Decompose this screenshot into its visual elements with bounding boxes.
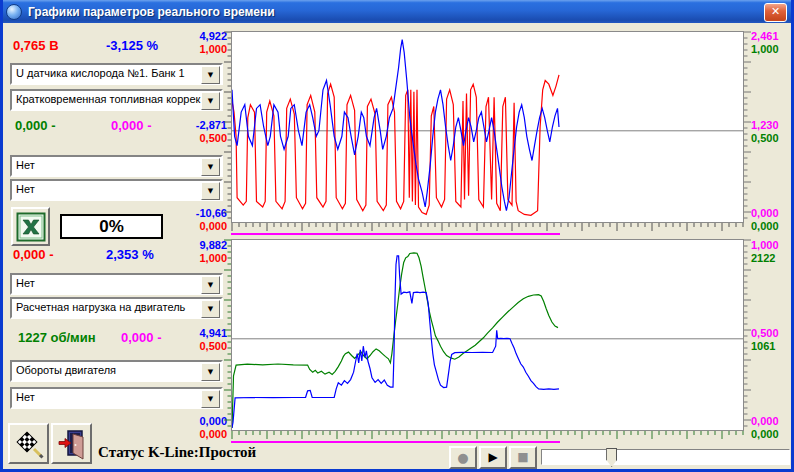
value-ch1-red: 0,765 В: [13, 38, 59, 53]
export-excel-button[interactable]: [11, 207, 50, 246]
param-select-2[interactable]: Кратковременная топливная коррек ▼: [10, 89, 223, 111]
x-axis-ruler-top: [231, 223, 744, 232]
axis-label: 1,000: [751, 43, 794, 55]
combo-value: Нет: [16, 391, 201, 403]
combo-value: Нет: [16, 183, 201, 195]
axis-label: 1,000: [751, 239, 794, 251]
param-select-5[interactable]: Нет ▼: [10, 273, 223, 295]
chevron-down-icon[interactable]: ▼: [201, 276, 220, 294]
value-ch3-green: 0,000 -: [15, 118, 55, 133]
globe-icon: [6, 4, 22, 20]
axis-label: 4,941: [161, 327, 227, 339]
checkered-flag-icon: [14, 429, 44, 459]
combo-value: U датчика кислорода №1. Банк 1: [16, 67, 201, 79]
chart-top: [231, 31, 744, 223]
chart-bottom: [231, 239, 744, 431]
status-value: Простой: [199, 444, 256, 460]
exit-button[interactable]: [51, 423, 92, 464]
play-icon: ▶: [488, 450, 497, 464]
excel-icon: [16, 212, 46, 242]
window-title: Графики параметров реального времени: [28, 5, 275, 19]
axis-label: 0,000: [751, 415, 794, 427]
chevron-down-icon[interactable]: ▼: [201, 363, 220, 381]
x-axis-ruler-bottom: [231, 431, 744, 440]
axis-label: 0,500: [751, 327, 794, 339]
param-select-3[interactable]: Нет ▼: [10, 155, 223, 177]
combo-value: Нет: [16, 277, 201, 289]
axis-label: 2122: [751, 252, 794, 264]
axis-label: 9,882: [161, 239, 227, 251]
axis-label: -2,871: [161, 119, 227, 131]
axis-label: 4,922: [161, 30, 227, 42]
axis-label: 0,500: [751, 132, 794, 144]
param-select-4[interactable]: Нет ▼: [10, 179, 223, 201]
status-kline: Статус K-Line:Простой: [98, 444, 256, 461]
finish-flag-button[interactable]: [8, 423, 49, 464]
axis-label: 1061: [751, 340, 794, 352]
record-button[interactable]: ●: [449, 446, 477, 469]
close-icon[interactable]: ✕: [764, 3, 787, 22]
axis-label: 0,000: [751, 428, 794, 440]
axis-label: 0,000: [751, 220, 794, 232]
chevron-down-icon[interactable]: ▼: [201, 92, 220, 110]
chevron-down-icon[interactable]: ▼: [201, 66, 220, 84]
stop-button[interactable]: ■: [509, 446, 537, 469]
y-axis-ruler-bottom-right: [744, 239, 751, 431]
value-ch2-blue: -3,125 %: [106, 38, 158, 53]
axis-label: 1,000: [161, 43, 227, 55]
time-progress-line-top: [231, 233, 560, 235]
value-ch5-red: 0,000 -: [13, 247, 53, 262]
param-select-7[interactable]: Обороты двигателя ▼: [10, 360, 223, 382]
record-icon: ●: [457, 450, 468, 465]
y-axis-ruler-top-left: [224, 31, 231, 223]
chart-bottom-plot: [232, 240, 743, 430]
axis-label: 0,500: [161, 340, 227, 352]
value-ch6-blue: 2,353 %: [106, 247, 154, 262]
chevron-down-icon[interactable]: ▼: [201, 182, 220, 200]
value-ch8-magenta: 0,000 -: [121, 330, 161, 345]
exit-door-icon: [56, 428, 88, 460]
combo-value: Обороты двигателя: [16, 364, 201, 376]
status-label: Статус K-Line:: [98, 444, 199, 460]
axis-label: 2,461: [751, 30, 794, 42]
axis-label: 1,230: [751, 119, 794, 131]
time-progress-line-bottom: [231, 441, 560, 443]
y-axis-ruler-bottom-left: [224, 239, 231, 431]
param-select-6[interactable]: Расчетная нагрузка на двигатель ▼: [10, 297, 223, 319]
chevron-down-icon[interactable]: ▼: [201, 300, 220, 318]
param-select-8[interactable]: Нет ▼: [10, 387, 223, 409]
chevron-down-icon[interactable]: ▼: [201, 390, 220, 408]
axis-label: 0,500: [161, 132, 227, 144]
param-select-1[interactable]: U датчика кислорода №1. Банк 1 ▼: [10, 63, 223, 85]
axis-label: 0,000: [161, 415, 227, 427]
value-ch4-magenta: 0,000 -: [111, 118, 151, 133]
axis-label: 1,000: [161, 252, 227, 264]
axis-label: 0,000: [751, 207, 794, 219]
combo-value: Нет: [16, 159, 201, 171]
combo-value: Кратковременная топливная коррек: [16, 93, 201, 105]
axis-label: -10,66: [161, 207, 227, 219]
combo-value: Расчетная нагрузка на двигатель: [16, 301, 201, 313]
timeline-slider[interactable]: [541, 449, 790, 465]
value-rpm-green: 1227 об/мин: [18, 330, 96, 345]
play-button[interactable]: ▶: [479, 446, 507, 469]
title-bar: Графики параметров реального времени ✕: [0, 0, 794, 23]
axis-label: 0,000: [161, 428, 227, 440]
y-axis-ruler-top-right: [744, 31, 751, 223]
axis-label: 0,000: [161, 220, 227, 232]
realtime-graphs-window: Графики параметров реального времени ✕ 0…: [0, 0, 794, 472]
chart-top-plot: [232, 32, 743, 222]
stop-icon: ■: [517, 450, 528, 464]
export-progress: 0%: [60, 214, 163, 239]
chevron-down-icon[interactable]: ▼: [201, 158, 220, 176]
